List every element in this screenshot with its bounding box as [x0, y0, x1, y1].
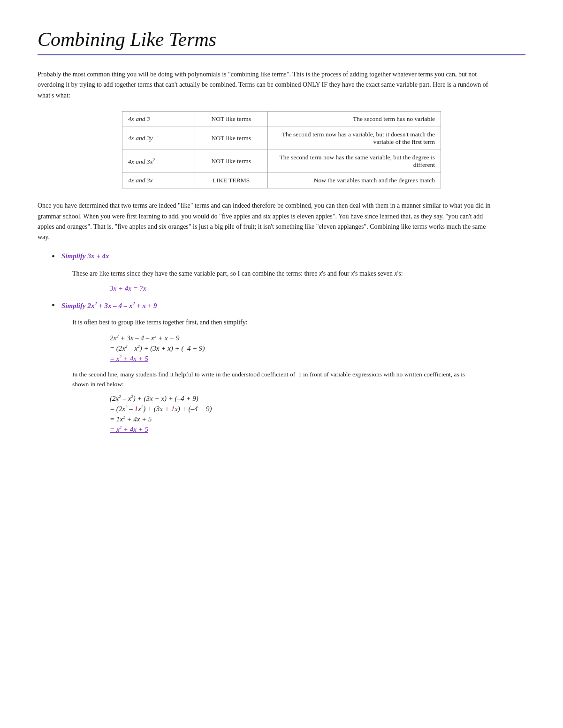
- example1-body: These are like terms since they have the…: [72, 269, 525, 293]
- table-cell-class-1: NOT like terms: [195, 112, 267, 127]
- example2-explanation: It is often best to group like terms tog…: [72, 317, 476, 328]
- example2-header: Simplify 2x2 + 3x – 4 – x2 + x + 9: [61, 301, 157, 310]
- example1-result: 3x + 4x = 7x: [110, 285, 525, 293]
- example2-step-3: = x2 + 4x + 5: [110, 354, 525, 363]
- table-row: 4x and 3y NOT like terms The second term…: [122, 127, 441, 150]
- example2-step-1: 2x2 + 3x – 4 – x2 + x + 9: [110, 334, 525, 342]
- table-cell-explain-1: The second term has no variable: [267, 112, 441, 127]
- table-cell-class-2: NOT like terms: [195, 127, 267, 150]
- table-row: 4x and 3x2 NOT like terms The second ter…: [122, 150, 441, 173]
- examples-section: • Simplify 3x + 4x These are like terms …: [52, 252, 525, 434]
- table-cell-explain-2: The second term now has a variable, but …: [267, 127, 441, 150]
- example1-math: 3x + 4x = 7x: [110, 285, 525, 293]
- example1-explanation: These are like terms since they have the…: [72, 269, 476, 279]
- like-terms-table-wrapper: 4x and 3 NOT like terms The second term …: [38, 111, 525, 188]
- table-cell-class-4: LIKE TERMS: [195, 173, 267, 188]
- example2-item: • Simplify 2x2 + 3x – 4 – x2 + x + 9: [52, 301, 525, 311]
- bullet-2-dot: •: [52, 300, 55, 311]
- table-cell-terms-3: 4x and 3x2: [122, 150, 195, 173]
- example1-header: Simplify 3x + 4x: [61, 252, 109, 260]
- like-terms-table: 4x and 3 NOT like terms The second term …: [122, 111, 441, 188]
- example2-step2-4: = x2 + 4x + 5: [110, 425, 525, 434]
- example2-step-2: = (2x2 – x2) + (3x + x) + (–4 + 9): [110, 344, 525, 353]
- example2-step2-3: = 1x2 + 4x + 5: [110, 415, 525, 423]
- table-cell-explain-3: The second term now has the same variabl…: [267, 150, 441, 173]
- table-cell-explain-4: Now the variables match and the degrees …: [267, 173, 441, 188]
- example2-step2-1: (2x2 – x2) + (3x + x) + (–4 + 9): [110, 394, 525, 403]
- table-cell-class-3: NOT like terms: [195, 150, 267, 173]
- table-cell-terms-1: 4x and 3: [122, 112, 195, 127]
- table-cell-terms-2: 4x and 3y: [122, 127, 195, 150]
- example2-steps2: (2x2 – x2) + (3x + x) + (–4 + 9) = (2x2 …: [110, 394, 525, 434]
- example2-step2-2: = (2x2 – 1x2) + (3x + 1x) + (–4 + 9): [110, 405, 525, 413]
- example2-steps: 2x2 + 3x – 4 – x2 + x + 9 = (2x2 – x2) +…: [110, 334, 525, 363]
- intro-paragraph: Probably the most common thing you will …: [38, 69, 497, 101]
- example1-item: • Simplify 3x + 4x: [52, 252, 525, 262]
- page-title: Combining Like Terms: [38, 28, 525, 51]
- bullet-1-dot: •: [52, 251, 55, 262]
- table-cell-terms-4: 4x and 3x: [122, 173, 195, 188]
- example2-note: In the second line, many students find i…: [72, 369, 476, 390]
- table-row: 4x and 3x LIKE TERMS Now the variables m…: [122, 173, 441, 188]
- table-row: 4x and 3 NOT like terms The second term …: [122, 112, 441, 127]
- example2-body: It is often best to group like terms tog…: [72, 317, 525, 434]
- title-divider: [38, 54, 525, 55]
- body-paragraph: Once you have determined that two terms …: [38, 201, 497, 243]
